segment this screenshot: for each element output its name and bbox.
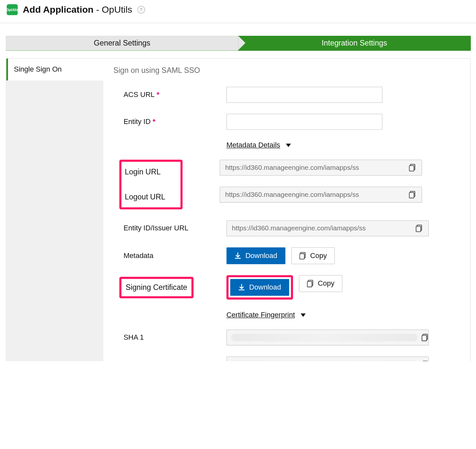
label-login-url: Login URL	[125, 164, 177, 180]
copy-metadata-button[interactable]: Copy	[291, 247, 335, 264]
label-signing-cert: Signing Certificate	[125, 281, 188, 293]
download-metadata-button[interactable]: Download	[226, 247, 285, 264]
input-login-url[interactable]	[220, 164, 403, 171]
login-url-field	[220, 160, 422, 176]
step-integration-settings[interactable]: Integration Settings	[238, 36, 471, 50]
page-header: OpUtils Add Application - OpUtils ?	[0, 0, 476, 23]
settings-sidebar: Single Sign On	[6, 59, 103, 361]
title-bold: Add Application	[23, 4, 93, 15]
logout-url-field	[220, 187, 422, 203]
copy-login-url[interactable]	[403, 164, 422, 171]
copy-cert-button[interactable]: Copy	[299, 275, 343, 292]
row-acs-url: ACS URL	[113, 87, 457, 103]
help-icon[interactable]: ?	[137, 6, 145, 13]
label-logout-url: Logout URL	[125, 189, 177, 205]
label-sha1: SHA 1	[113, 333, 226, 342]
issuer-url-field	[226, 220, 429, 236]
copy-icon	[416, 224, 423, 232]
input-issuer-url[interactable]	[227, 224, 410, 232]
input-acs-url[interactable]	[226, 87, 382, 103]
sha1-field	[226, 330, 429, 346]
sidebar-item-sso[interactable]: Single Sign On	[6, 59, 103, 80]
label-entity-id: Entity ID	[113, 117, 226, 126]
input-entity-id[interactable]	[226, 114, 382, 130]
highlight-download-cert: Download	[226, 275, 293, 300]
row-metadata: Metadata Download Copy	[113, 247, 457, 264]
copy-issuer-url[interactable]	[410, 224, 428, 232]
copy-icon	[422, 361, 428, 361]
metadata-details-label: Metadata Details	[226, 141, 280, 149]
download-cert-button[interactable]: Download	[230, 279, 289, 296]
copy-icon	[422, 334, 428, 341]
copy-sha1[interactable]	[422, 334, 428, 341]
title-app: OpUtils	[102, 4, 132, 15]
label-acs-url: ACS URL	[113, 90, 226, 99]
copy-label: Copy	[310, 252, 327, 260]
wizard-steps: General Settings Integration Settings	[6, 36, 470, 50]
cert-fingerprint-label: Certificate Fingerprint	[226, 311, 295, 319]
sha1-value-redacted	[231, 334, 417, 341]
app-logo-icon: OpUtils	[7, 4, 18, 15]
row-sha1: SHA 1	[113, 330, 457, 346]
step-general-settings[interactable]: General Settings	[6, 36, 238, 50]
copy-label: Copy	[318, 279, 334, 288]
input-logout-url[interactable]	[220, 191, 403, 198]
copy-logout-url[interactable]	[403, 191, 422, 198]
page-title: Add Application - OpUtils	[23, 4, 132, 15]
label-metadata: Metadata	[113, 252, 226, 260]
label-sha1-formatted: SHA1 (formatted)	[113, 360, 226, 361]
cert-fingerprint-toggle[interactable]: Certificate Fingerprint	[226, 310, 457, 319]
download-icon	[234, 252, 241, 259]
copy-icon	[299, 252, 306, 259]
row-entity-id: Entity ID	[113, 114, 457, 130]
content-subtitle: Sign on using SAML SSO	[113, 66, 457, 75]
download-icon	[238, 284, 245, 291]
sha1f-value-redacted	[231, 361, 417, 361]
settings-panel: Single Sign On Sign on using SAML SSO AC…	[6, 58, 470, 361]
title-sep: -	[93, 4, 102, 15]
copy-icon	[307, 280, 314, 287]
chevron-down-icon	[301, 314, 306, 317]
row-signing-cert: Signing Certificate Download Copy	[113, 275, 457, 300]
download-label: Download	[249, 283, 281, 292]
chevron-down-icon	[286, 144, 291, 147]
copy-icon	[409, 164, 416, 171]
download-label: Download	[245, 252, 277, 260]
metadata-details-toggle[interactable]: Metadata Details	[226, 141, 457, 150]
label-issuer-url: Entity ID/Issuer URL	[113, 224, 226, 233]
sha1f-field	[226, 357, 429, 361]
row-sha1-formatted: SHA1 (formatted)	[113, 357, 457, 361]
row-issuer-url: Entity ID/Issuer URL	[113, 220, 457, 236]
settings-content: Sign on using SAML SSO ACS URL Entity ID…	[103, 59, 470, 361]
highlight-signing-cert-label: Signing Certificate	[119, 277, 193, 298]
copy-icon	[409, 191, 416, 198]
highlight-login-logout-labels: Login URL Logout URL	[119, 160, 182, 210]
copy-sha1f[interactable]	[422, 361, 428, 361]
